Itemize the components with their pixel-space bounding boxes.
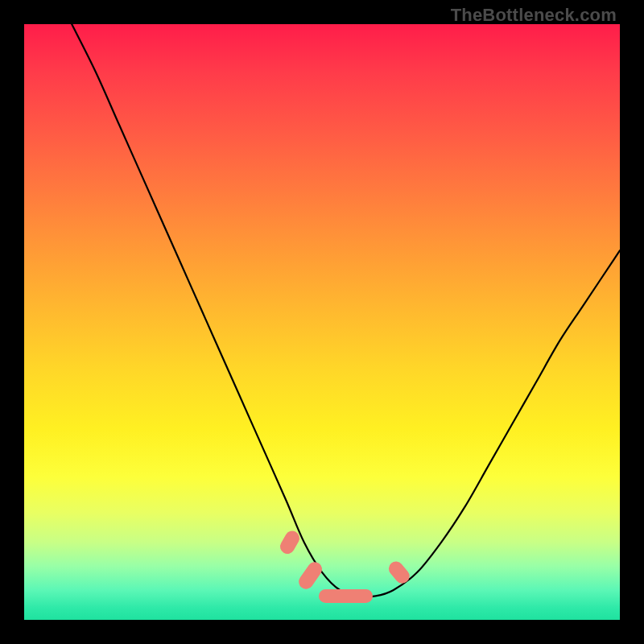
optimal-range-bar [319, 589, 373, 604]
chart-frame: TheBottleneck.com [0, 0, 644, 644]
bottleneck-curve [24, 24, 620, 620]
watermark-text: TheBottleneck.com [451, 5, 617, 26]
plot-area [24, 24, 620, 620]
